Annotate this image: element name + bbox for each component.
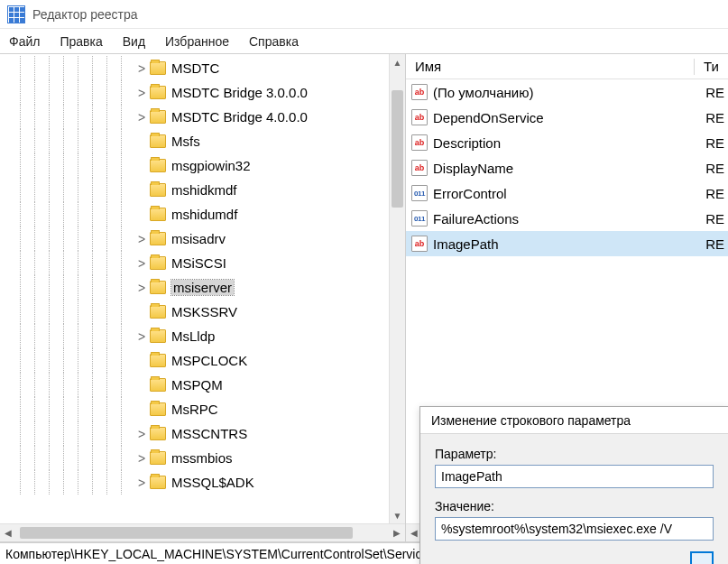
menu-edit[interactable]: Правка	[60, 34, 102, 49]
dialog-title: Изменение строкового параметра	[420, 407, 728, 434]
tree-vscrollbar[interactable]: ▲ ▼	[389, 54, 405, 523]
tree-label: MSDTC Bridge 4.0.0.0	[171, 109, 308, 125]
expander-icon[interactable]: >	[135, 329, 148, 344]
list-row[interactable]: FailureActionsRE	[406, 206, 728, 231]
folder-icon	[150, 451, 166, 465]
folder-icon	[150, 305, 166, 319]
folder-icon	[150, 476, 166, 489]
value-type: RE	[705, 236, 728, 252]
value-name: DependOnService	[433, 110, 544, 125]
value-type: RE	[705, 135, 728, 151]
scroll-down-icon[interactable]: ▼	[390, 507, 405, 523]
list-row[interactable]: abDisplayNameRE	[406, 155, 728, 180]
value-name: DisplayName	[433, 161, 513, 176]
expander-icon[interactable]: >	[135, 256, 148, 271]
value-name: (По умолчанию)	[433, 85, 533, 100]
folder-icon	[150, 402, 166, 416]
folder-icon	[150, 86, 166, 99]
list-row[interactable]: ErrorControlRE	[406, 180, 728, 206]
expander-icon[interactable]: >	[135, 86, 148, 100]
scroll-right-icon[interactable]: ▶	[389, 524, 405, 541]
menu-favorites[interactable]: Избранное	[165, 34, 229, 49]
expander-icon[interactable]: >	[135, 281, 148, 295]
tree-item[interactable]: >MSDTC	[0, 56, 405, 80]
value-type: RE	[705, 85, 728, 100]
folder-icon	[150, 134, 166, 148]
tree-item[interactable]: >mssmbios	[0, 446, 405, 470]
folder-icon	[150, 61, 166, 75]
tree-item[interactable]: >msiserver	[0, 275, 405, 300]
list-header: Имя Ти	[406, 54, 728, 79]
col-name[interactable]: Имя	[406, 59, 694, 74]
list-row[interactable]: abDependOnServiceRE	[406, 105, 728, 130]
col-type[interactable]: Ти	[695, 59, 728, 74]
tree-label: msgpiowin32	[171, 158, 251, 173]
list-row[interactable]: ab(По умолчанию)RE	[406, 79, 728, 105]
tree-item[interactable]: >MSiSCSI	[0, 251, 405, 275]
hscroll-thumb[interactable]	[20, 527, 353, 539]
list-row[interactable]: abImagePathRE	[406, 231, 728, 256]
tree-label: Msfs	[171, 134, 200, 149]
value-type: RE	[705, 110, 728, 125]
tree-item[interactable]: >msisadrv	[0, 227, 405, 251]
tree-item[interactable]: >MSKSSRV	[0, 300, 405, 324]
value-type: RE	[705, 211, 728, 227]
folder-icon	[150, 354, 166, 367]
menu-help[interactable]: Справка	[249, 34, 299, 49]
expander-icon[interactable]: >	[135, 451, 148, 466]
tree-label: MSDTC	[171, 60, 219, 76]
value-type: RE	[705, 161, 728, 176]
folder-icon	[150, 329, 166, 343]
param-name-input[interactable]	[435, 465, 714, 488]
folder-icon	[150, 232, 166, 245]
regedit-icon	[7, 5, 25, 23]
tree-item[interactable]: >MSSCNTRS	[0, 421, 405, 446]
menu-file[interactable]: Файл	[9, 34, 40, 49]
menu-bar: Файл Правка Вид Избранное Справка	[0, 29, 728, 54]
tree-label: msisadrv	[171, 231, 226, 246]
tree-item[interactable]: >MSDTC Bridge 3.0.0.0	[0, 80, 405, 105]
tree-item[interactable]: >MSPQM	[0, 373, 405, 397]
folder-icon	[150, 378, 166, 392]
list-row[interactable]: abDescriptionRE	[406, 130, 728, 155]
reg-ab-icon: ab	[411, 109, 428, 125]
scroll-thumb[interactable]	[392, 90, 403, 208]
tree-item[interactable]: >MSSQL$ADK	[0, 470, 405, 495]
tree-item[interactable]: >msgpiowin32	[0, 153, 405, 178]
expander-icon[interactable]: >	[135, 427, 148, 441]
value-input[interactable]	[435, 517, 714, 541]
tree-label: MSPQM	[171, 377, 223, 393]
folder-icon	[150, 159, 166, 172]
tree-label: MsLldp	[171, 328, 215, 344]
scroll-up-icon[interactable]: ▲	[390, 54, 405, 70]
tree-label: MSPCLOCK	[171, 353, 247, 368]
tree-item[interactable]: >MsRPC	[0, 397, 405, 421]
tree-item[interactable]: >MsLldp	[0, 324, 405, 348]
tree-item[interactable]: >Msfs	[0, 129, 405, 153]
scroll-left-icon[interactable]: ◀	[0, 524, 16, 541]
expander-icon[interactable]: >	[135, 476, 148, 490]
expander-icon[interactable]: >	[135, 61, 148, 76]
tree-item[interactable]: >MSDTC Bridge 4.0.0.0	[0, 105, 405, 129]
tree-label: MSKSSRV	[171, 304, 237, 319]
tree-label: MSSQL$ADK	[171, 475, 254, 490]
tree-item[interactable]: >MSPCLOCK	[0, 348, 405, 373]
tree-item[interactable]: >mshidumdf	[0, 202, 405, 227]
reg-bin-icon	[411, 185, 428, 201]
expander-icon[interactable]: >	[135, 110, 148, 125]
value-label: Значение:	[435, 499, 714, 513]
folder-icon	[150, 256, 166, 270]
value-name: Description	[433, 135, 501, 151]
tree-item[interactable]: >mshidkmdf	[0, 178, 405, 202]
value-name: FailureActions	[433, 211, 519, 227]
menu-view[interactable]: Вид	[123, 34, 145, 49]
expander-icon[interactable]: >	[135, 232, 148, 246]
folder-icon	[150, 208, 166, 221]
tree-pane: >MSDTC>MSDTC Bridge 3.0.0.0>MSDTC Bridge…	[0, 54, 406, 541]
folder-icon	[150, 427, 166, 440]
tree-hscrollbar[interactable]: ◀ ▶	[0, 523, 405, 541]
tree-label: mshidumdf	[171, 207, 237, 222]
tree-label: MSiSCSI	[171, 255, 226, 271]
param-label: Параметр:	[435, 447, 714, 461]
ok-button[interactable]	[690, 551, 714, 564]
